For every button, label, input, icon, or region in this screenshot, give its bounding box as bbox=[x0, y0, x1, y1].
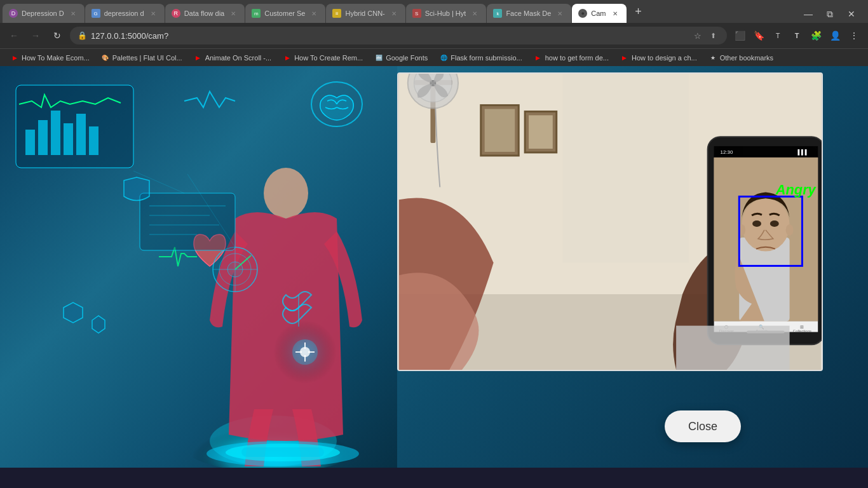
toolbar-icons: ⬛ 🔖 T T 🧩 👤 ⋮ bbox=[731, 27, 863, 44]
bookmark-5-favicon: 🌐 bbox=[439, 53, 448, 62]
forward-button[interactable]: → bbox=[27, 27, 44, 44]
reload-button[interactable]: ↻ bbox=[48, 27, 66, 44]
svg-point-57 bbox=[742, 198, 789, 251]
page-content: 12:30 ▐▐▐ bbox=[0, 66, 868, 468]
puzzle-icon[interactable]: 🧩 bbox=[807, 27, 825, 44]
svg-rect-11 bbox=[76, 114, 86, 155]
tab-7-title: Cam bbox=[591, 10, 606, 17]
bookmark-3-label: How To Create Rem... bbox=[294, 54, 363, 62]
tab-3-close[interactable]: ✕ bbox=[309, 8, 319, 18]
tab-2-close[interactable]: ✕ bbox=[228, 8, 238, 18]
tab-2-favicon: R bbox=[172, 9, 180, 18]
tab-5-title: Sci-Hub | Hyt bbox=[425, 10, 466, 17]
share-icon[interactable]: ⬆ bbox=[707, 29, 719, 42]
tab-4[interactable]: ≡ Hybrid CNN- ✕ bbox=[326, 4, 405, 23]
bookmark-1[interactable]: 🎨 Palettes | Flat UI Col... bbox=[96, 52, 187, 64]
tab-1-favicon: G bbox=[92, 9, 100, 18]
bookmark-4[interactable]: 🔤 Google Fonts bbox=[369, 52, 433, 64]
bookmark-3[interactable]: ▶ How To Create Rem... bbox=[278, 52, 368, 64]
profile-icon[interactable]: 👤 bbox=[826, 27, 844, 44]
tab-2[interactable]: R Data flow dia ✕ bbox=[165, 4, 245, 23]
bookmark-3-favicon: ▶ bbox=[283, 53, 292, 62]
bookmark-2[interactable]: ▶ Animate On Scroll -... bbox=[189, 52, 277, 64]
bookmark-0[interactable]: ▶ How To Make Ecom... bbox=[5, 52, 95, 64]
svg-rect-5 bbox=[241, 447, 324, 457]
svg-rect-6 bbox=[16, 85, 133, 168]
font-icon[interactable]: T bbox=[788, 27, 806, 44]
translate-icon[interactable]: T bbox=[769, 27, 787, 44]
webcam-container: 12:30 ▐▐▐ bbox=[397, 72, 823, 371]
bookmark-0-label: How To Make Ecom... bbox=[22, 54, 90, 62]
tab-7-favicon: ● bbox=[578, 9, 587, 18]
bookmark-7-label: How to design a ch... bbox=[632, 54, 697, 62]
minimize-button[interactable]: — bbox=[799, 5, 817, 23]
svg-rect-10 bbox=[64, 123, 73, 155]
svg-rect-9 bbox=[51, 111, 60, 155]
svg-point-2 bbox=[264, 168, 308, 219]
svg-marker-20 bbox=[64, 302, 83, 323]
tab-7-close[interactable]: ✕ bbox=[610, 8, 620, 18]
svg-text:Angry: Angry bbox=[775, 182, 817, 198]
bookmarks-bar: ▶ How To Make Ecom... 🎨 Palettes | Flat … bbox=[0, 48, 868, 66]
address-icons: ☆ ⬆ bbox=[691, 29, 719, 42]
bookmark-5-label: Flask form submissio... bbox=[451, 54, 522, 62]
svg-point-58 bbox=[752, 220, 761, 227]
bookmark-icon[interactable]: 🔖 bbox=[750, 27, 768, 44]
back-button[interactable]: ← bbox=[5, 27, 23, 44]
svg-marker-21 bbox=[92, 316, 105, 333]
close-button[interactable]: Close bbox=[665, 410, 741, 442]
extensions-icon[interactable]: ⬛ bbox=[731, 27, 749, 44]
bookmark-6-label: how to get form de... bbox=[545, 54, 609, 62]
tab-2-title: Data flow dia bbox=[184, 10, 225, 17]
close-button-label: Close bbox=[688, 420, 717, 433]
svg-rect-7 bbox=[25, 130, 35, 155]
tab-1[interactable]: G depression d ✕ bbox=[85, 4, 165, 23]
tab-1-title: depression d bbox=[104, 10, 144, 17]
svg-rect-22 bbox=[140, 193, 235, 250]
tab-0[interactable]: D Depression D ✕ bbox=[3, 4, 85, 23]
svg-rect-47 bbox=[563, 74, 689, 262]
close-window-button[interactable]: ✕ bbox=[843, 5, 860, 23]
tab-6[interactable]: k Face Mask De ✕ bbox=[487, 4, 571, 23]
bookmark-6-favicon: ▶ bbox=[534, 53, 543, 62]
tab-3[interactable]: m Customer Se ✕ bbox=[245, 4, 325, 23]
url-text: 127.0.0.1:5000/cam? bbox=[91, 31, 688, 41]
tab-4-title: Hybrid CNN- bbox=[345, 10, 384, 17]
tab-7-active[interactable]: ● Cam ✕ bbox=[572, 4, 626, 23]
background-left bbox=[0, 66, 397, 468]
svg-text:12:30: 12:30 bbox=[721, 149, 733, 155]
bookmark-7[interactable]: ▶ How to design a ch... bbox=[615, 52, 702, 64]
tab-1-close[interactable]: ✕ bbox=[148, 8, 158, 18]
bookmark-8-label: Other bookmarks bbox=[720, 54, 773, 62]
bookmark-8-favicon: ★ bbox=[709, 53, 717, 62]
tab-5-favicon: S bbox=[412, 9, 421, 18]
webcam-feed: 12:30 ▐▐▐ bbox=[398, 74, 822, 370]
svg-rect-72 bbox=[676, 326, 789, 370]
address-bar-row: ← → ↻ 🔒 127.0.0.1:5000/cam? ☆ ⬆ ⬛ 🔖 T T … bbox=[0, 23, 868, 48]
tab-3-title: Customer Se bbox=[264, 10, 305, 17]
medical-illustration-svg bbox=[0, 66, 397, 468]
tab-6-favicon: k bbox=[493, 9, 502, 18]
tab-6-close[interactable]: ✕ bbox=[555, 8, 565, 18]
tab-4-close[interactable]: ✕ bbox=[389, 8, 399, 18]
restore-button[interactable]: ⧉ bbox=[821, 5, 839, 23]
bookmark-8[interactable]: ★ Other bookmarks bbox=[703, 52, 778, 64]
tab-0-title: Depression D bbox=[22, 10, 64, 17]
tab-0-close[interactable]: ✕ bbox=[68, 8, 78, 18]
bookmark-5[interactable]: 🌐 Flask form submissio... bbox=[434, 52, 527, 64]
tab-3-favicon: m bbox=[252, 9, 261, 18]
bookmark-7-favicon: ▶ bbox=[620, 53, 629, 62]
bookmark-6[interactable]: ▶ how to get form de... bbox=[529, 52, 614, 64]
menu-icon[interactable]: ⋮ bbox=[845, 27, 863, 44]
room-svg: 12:30 ▐▐▐ bbox=[398, 74, 822, 370]
bookmark-1-favicon: 🎨 bbox=[101, 53, 110, 62]
bookmark-1-label: Palettes | Flat UI Col... bbox=[112, 54, 182, 62]
bookmark-star-icon[interactable]: ☆ bbox=[691, 29, 704, 42]
svg-rect-44 bbox=[485, 109, 515, 152]
new-tab-button[interactable]: + bbox=[630, 3, 648, 20]
bookmark-0-favicon: ▶ bbox=[10, 53, 19, 62]
tab-5-close[interactable]: ✕ bbox=[470, 8, 480, 18]
lock-icon: 🔒 bbox=[78, 31, 87, 40]
tab-5[interactable]: S Sci-Hub | Hyt ✕ bbox=[406, 4, 487, 23]
address-bar[interactable]: 🔒 127.0.0.1:5000/cam? ☆ ⬆ bbox=[70, 27, 727, 44]
